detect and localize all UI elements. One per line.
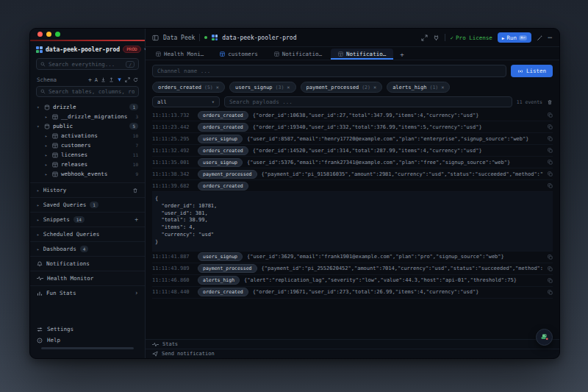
event-row[interactable]: 11:11:23.442 orders_created {"order_id":… [152,121,553,133]
copy-icon[interactable] [548,183,553,188]
import-icon[interactable] [101,77,106,82]
overflow-menu-icon[interactable]: ⋯ [548,34,553,41]
copy-icon[interactable] [548,124,553,129]
zoom-window-button[interactable] [55,32,60,37]
expanded-payload-block[interactable]: { "order_id": 10781, "user_id": 381, "to… [152,192,553,252]
fullscreen-icon[interactable] [421,35,428,41]
listen-button[interactable]: Listen [511,65,553,77]
remove-chip-icon[interactable]: × [216,85,219,90]
event-row[interactable]: 11:11:25.295 users_signup {"user_id":858… [152,133,553,145]
tree-row[interactable]: ▸ releases 10 [33,160,142,169]
tree-caret-icon[interactable]: ▾ [37,104,41,110]
tab-notifications-2-active[interactable]: Notificatio… [331,49,393,60]
copy-icon[interactable] [548,254,553,260]
section-action-icon[interactable]: + [135,216,138,223]
refresh-icon[interactable] [133,77,138,82]
payload-search-input[interactable] [229,99,507,105]
event-row[interactable]: 11:11:43.989 payment_processed {"payment… [152,263,553,275]
tree-item-label: __drizzle_migrations [61,113,127,120]
event-row[interactable]: 11:11:13.732 orders_created {"order_id":… [152,110,553,121]
sidebar-section-history[interactable]: ▸ History [30,182,145,197]
close-window-button[interactable] [37,32,43,37]
sidebar-section-fun-stats[interactable]: Fun Stats › [30,285,145,300]
channel-chip[interactable]: payment_processed (2) × [301,82,383,93]
event-row[interactable]: 11:11:32.492 orders_created {"order_id":… [152,145,553,157]
tab-notifications-1[interactable]: Notificatio… [267,49,329,60]
sidebar-section-scheduled-queries[interactable]: ▸ Scheduled Queries [30,227,145,241]
send-notification-toggle[interactable]: Send notification [146,349,559,358]
minimize-window-button[interactable] [46,32,51,37]
global-search-input[interactable] [49,61,123,68]
sidebar-section-dashboards[interactable]: ▸ Dashboards 4 [30,241,145,256]
sidebar-footer-help[interactable]: ? Help [37,335,138,346]
tree-row[interactable]: ▸ activations 10 [33,131,142,140]
copy-icon[interactable] [548,278,553,283]
assistant-mascot-button[interactable] [536,329,553,346]
event-row[interactable]: 11:11:39.682 orders_created [152,180,553,192]
tree-caret-icon[interactable]: ▸ [45,152,49,157]
copy-icon[interactable] [548,148,553,153]
channel-chip[interactable]: alerts_high (1) × [387,82,450,93]
tab-customers[interactable]: customers [212,49,265,60]
sidebar-section-snippets[interactable]: ▸ Snippets 14 + [30,212,145,227]
topbar-connection-name[interactable]: data-peek-pooler-prod [222,35,296,41]
clear-events-icon[interactable] [547,99,553,105]
copy-icon[interactable] [548,136,553,141]
font-size-icon[interactable]: A [95,77,98,83]
tree-row[interactable]: ▾ public 5 [33,121,142,131]
channel-name-input[interactable] [157,68,501,74]
tree-row[interactable]: ▸ customers 7 [33,140,142,150]
add-icon[interactable]: + [88,76,92,83]
tree-caret-icon[interactable]: ▸ [45,162,49,167]
event-row[interactable]: 11:11:48.440 orders_created {"order_id":… [152,287,553,299]
stats-panel-toggle[interactable]: Stats [146,339,559,349]
run-button[interactable]: ▶ Run ⌘⏎ [498,32,531,43]
sidebar-section-notifications[interactable]: Notifications [30,256,145,271]
tree-caret-icon[interactable]: ▸ [45,143,49,148]
export-icon[interactable] [109,77,114,82]
event-row[interactable]: 11:11:46.860 alerts_high {"alert":"repli… [152,275,553,287]
expand-all-icon[interactable] [125,77,130,82]
section-action-icon[interactable]: › [135,290,138,296]
new-tab-button[interactable]: + [395,49,409,60]
event-row[interactable]: 11:11:38.342 payment_processed {"payment… [152,168,553,180]
remove-chip-icon[interactable]: × [287,85,290,90]
pro-license-status[interactable]: ✓ Pro License [451,35,492,41]
section-action-icon[interactable] [132,188,138,193]
copy-icon[interactable] [548,113,553,118]
filter-icon[interactable] [117,77,122,82]
sidebar-section-saved-queries[interactable]: ▸ Saved Queries 1 [30,197,145,212]
event-row[interactable]: 11:11:41.887 users_signup {"user_id":362… [152,252,553,263]
schema-search[interactable] [36,86,139,97]
plug-connection-icon[interactable] [433,35,440,41]
copy-icon[interactable] [548,160,553,165]
sidebar-section-health-monitor[interactable]: Health Monitor [30,271,145,285]
copy-icon[interactable] [548,171,553,177]
remove-chip-icon[interactable]: × [441,85,444,90]
sidebar-scrollbar[interactable] [41,347,134,349]
tree-row[interactable]: ▸ __drizzle_migrations 3 [33,112,142,121]
tree-row[interactable]: ▾ drizzle 1 [33,102,142,112]
remove-chip-icon[interactable]: × [373,85,376,90]
copy-icon[interactable] [548,266,553,271]
tree-row[interactable]: ▸ webhook_events 9 [33,169,142,179]
sidebar-footer-settings[interactable]: Settings [37,324,138,335]
event-type-filter-select[interactable]: all ▾ [152,96,220,107]
tree-caret-icon[interactable]: ▾ [37,124,41,129]
payload-search-field[interactable] [224,96,512,107]
tree-caret-icon[interactable]: ▸ [45,114,49,119]
tree-row[interactable]: ▸ licenses 11 [33,150,142,160]
tree-caret-icon[interactable]: ▸ [45,171,49,177]
channel-name-field[interactable] [152,65,506,77]
channel-chip[interactable]: orders_created (5) × [152,82,225,93]
tab-health-monitor[interactable]: Health Moni… [148,49,211,60]
channel-chip[interactable]: users_signup (3) × [229,82,296,93]
global-search[interactable]: / [36,58,139,70]
magic-wand-icon[interactable] [537,35,543,41]
toggle-sidebar-icon[interactable] [152,35,159,41]
event-row[interactable]: 11:11:35.001 users_signup {"user_id":537… [152,157,553,168]
connection-switcher[interactable]: data-peek-pooler-prod PROD ▾ [30,41,145,57]
tree-caret-icon[interactable]: ▸ [45,133,49,138]
schema-search-input[interactable] [49,88,135,95]
copy-icon[interactable] [548,290,553,295]
